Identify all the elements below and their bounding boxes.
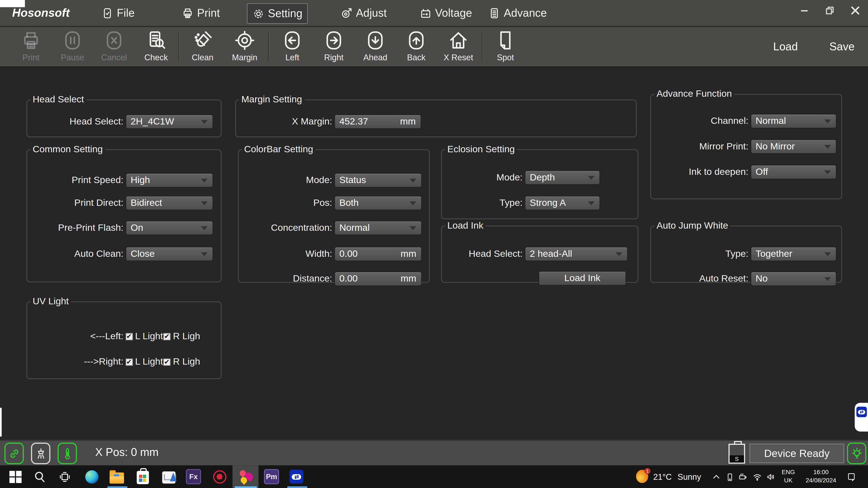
eclosion-type-label: Type: (444, 198, 523, 209)
load-ink-head-select-dropdown[interactable]: 2 head-All (525, 247, 627, 261)
x-margin-input[interactable]: 452.37 mm (334, 115, 422, 129)
eclosion-mode-dropdown[interactable]: Depth (525, 170, 600, 185)
page-icon (495, 29, 516, 52)
uv-lamp-button[interactable] (847, 443, 866, 464)
colorbar-width-input[interactable]: 0.00 mm (334, 247, 422, 261)
weather-icon[interactable]: 1 (636, 470, 649, 483)
ajw-auto-reset-dropdown[interactable]: No (751, 272, 836, 286)
concentration-dropdown[interactable]: Normal (334, 221, 422, 235)
mirror-print-label: Mirror Print: (653, 141, 748, 152)
toolbar-ahead-button[interactable]: Ahead (356, 29, 394, 65)
uv-left-l-light-checkbox[interactable] (126, 333, 133, 340)
menu-item-voltage[interactable]: Voltage (420, 3, 472, 23)
chevron-down-icon (410, 178, 416, 183)
uv-right-l-light-checkbox[interactable] (126, 358, 133, 365)
pre-print-flash-dropdown[interactable]: On (126, 221, 213, 235)
weather-temp[interactable]: 21°C (653, 472, 672, 481)
wifi-icon[interactable] (752, 471, 763, 482)
auto-clean-dropdown[interactable]: Close (126, 247, 213, 261)
spray-icon (34, 447, 47, 460)
notification-center-icon[interactable] (846, 471, 857, 482)
mail-icon[interactable] (161, 469, 176, 484)
chevron-up-icon[interactable] (711, 471, 722, 482)
load-button[interactable]: Load (766, 27, 805, 66)
mirror-print-dropdown[interactable]: No Mirror (751, 139, 836, 154)
chevron-down-icon (201, 120, 208, 124)
toolbar-cancel-button[interactable]: Cancel (95, 29, 133, 65)
toolbar-xreset-button[interactable]: X Reset (439, 29, 477, 65)
chevron-down-icon (201, 178, 208, 183)
print-direct-dropdown[interactable]: Bidirect (126, 196, 213, 210)
colorbar-mode-dropdown[interactable]: Status (334, 173, 422, 187)
teamviewer-taskbar-icon[interactable]: ⇄ (289, 469, 304, 484)
chevron-down-icon (824, 252, 831, 256)
windows-start-icon[interactable] (8, 469, 23, 484)
toolbar-pause-button[interactable]: Pause (54, 29, 91, 65)
close-icon[interactable] (843, 0, 868, 21)
menu-item-setting[interactable]: Setting (247, 3, 308, 24)
file-icon (101, 7, 114, 19)
pm-app-icon[interactable]: Pm (264, 469, 279, 484)
uv-right-r-light-checkbox[interactable] (164, 358, 171, 365)
menu-item-label: Print (197, 7, 220, 20)
edge-icon[interactable] (84, 469, 99, 484)
chevron-down-icon (410, 201, 416, 205)
colorbar-distance-label: Distance: (241, 273, 332, 284)
arrow-left-icon (282, 29, 303, 52)
colorbar-distance-input[interactable]: 0.00 mm (334, 272, 422, 286)
language-indicator[interactable]: ENG UK (780, 468, 796, 485)
power-tray-icon[interactable] (737, 471, 748, 482)
toolbar-back-button[interactable]: Back (398, 29, 435, 65)
fx-app-icon[interactable]: Fx (186, 469, 201, 484)
channel-dropdown[interactable]: Normal (751, 114, 836, 128)
red-app-icon[interactable] (212, 469, 227, 484)
connection-link-button[interactable] (4, 443, 24, 464)
spray-status-button[interactable] (31, 443, 50, 464)
minimize-button[interactable] (792, 0, 817, 21)
load-ink-button[interactable]: Load Ink (538, 271, 626, 286)
ms-store-icon[interactable] (135, 469, 150, 484)
save-button[interactable]: Save (823, 27, 862, 66)
eclosion-type-dropdown[interactable]: Strong A (525, 196, 600, 210)
uv-left-r-light-checkbox[interactable] (164, 333, 171, 340)
gear-icon (252, 7, 265, 20)
search-icon[interactable] (32, 469, 47, 484)
task-view-icon[interactable] (57, 469, 72, 484)
panel-title: ColorBar Setting (242, 144, 315, 155)
panel-title: Common Setting (30, 144, 105, 155)
toolbar-left-button[interactable]: Left (273, 29, 311, 65)
colorbar-pos-dropdown[interactable]: Both (334, 196, 422, 210)
weather-desc[interactable]: Sunny (678, 472, 701, 481)
toolbar-clean-button[interactable]: Clean (184, 29, 221, 65)
toolbar-spot-button[interactable]: Spot (487, 29, 524, 65)
ink-app-icon[interactable] (238, 469, 253, 484)
link-icon (7, 447, 21, 460)
margin-target-icon (234, 29, 255, 52)
teamviewer-popup[interactable]: ⇄ (855, 403, 868, 432)
toolbar-print-button[interactable]: Print (12, 29, 50, 65)
print-speed-dropdown[interactable]: High (126, 173, 213, 187)
ajw-type-dropdown[interactable]: Together (751, 247, 836, 261)
toolbar-right-button[interactable]: Right (315, 29, 352, 65)
ink-to-deepen-dropdown[interactable]: Off (751, 165, 836, 179)
menu-item-adjust[interactable]: Adjust (340, 3, 387, 23)
device-tray-icon[interactable] (724, 471, 735, 482)
file-explorer-icon[interactable] (109, 469, 124, 484)
volume-icon[interactable] (766, 471, 777, 482)
head-select-dropdown[interactable]: 2H_4C1W (126, 115, 213, 129)
menu-item-print[interactable]: Print (182, 3, 220, 23)
toolbar-margin-button[interactable]: Margin (226, 29, 264, 65)
panel-title: Head Select (30, 94, 86, 105)
x-margin-label: X Margin: (238, 116, 332, 127)
menu-item-file[interactable]: File (101, 3, 135, 23)
menu-item-advance[interactable]: Advance (488, 3, 547, 23)
pause-icon (62, 29, 83, 52)
cancel-icon (103, 29, 125, 52)
toolbar-check-button[interactable]: Check (137, 29, 175, 65)
teamviewer-icon: ⇄ (856, 407, 867, 417)
clock[interactable]: 16:00 24/08/2024 (799, 468, 843, 485)
maximize-restore-button[interactable] (817, 0, 842, 21)
chevron-down-icon (824, 145, 831, 149)
temperature-status-button[interactable] (58, 443, 77, 464)
running-app-underline (235, 486, 257, 488)
